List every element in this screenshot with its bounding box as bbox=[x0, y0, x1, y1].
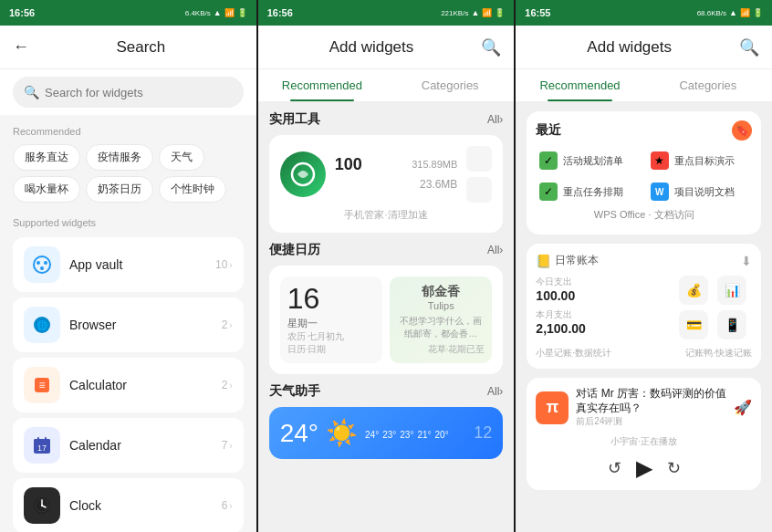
finance-icon-0: 💰 bbox=[679, 276, 708, 305]
tabs-bar-3: Recommended Categories bbox=[516, 69, 772, 102]
search-container-1: 🔍 bbox=[0, 69, 256, 115]
status-icons-1: 6.4KB/s ▲ 📶 🔋 bbox=[185, 8, 247, 17]
podcast-controls: ↺ ▶ ↻ bbox=[536, 455, 752, 481]
podcast-info: 对话 Mr 厉害：数码评测的价值真实存在吗？ 前后24评测 bbox=[576, 387, 726, 428]
svg-point-17 bbox=[41, 505, 43, 506]
podcast-app-status: 小宇宙·正在播放 bbox=[536, 435, 752, 448]
recent-title: 最近 bbox=[536, 122, 561, 139]
widget-name-appvault: App vault bbox=[69, 257, 206, 272]
tag-chip-0[interactable]: 服务直达 bbox=[13, 144, 80, 171]
widget-item-appvault[interactable]: App vault 10 › bbox=[13, 237, 244, 292]
utility-app-icon bbox=[280, 151, 326, 197]
svg-text:17: 17 bbox=[37, 443, 47, 453]
podcast-card[interactable]: π 对话 Mr 厉害：数码评测的价值真实存在吗？ 前后24评测 🚀 小宇宙·正在… bbox=[527, 378, 761, 490]
widget-item-clock[interactable]: Clock 6 › bbox=[13, 478, 244, 532]
recent-section: 最近 🔖 ✓ 活动规划清单 ★ 重点目标演示 bbox=[527, 111, 761, 235]
finance-month-value: 2,100.00 bbox=[536, 321, 672, 336]
tag-chip-1[interactable]: 疫情服务 bbox=[86, 144, 153, 171]
widget-name-clock: Clock bbox=[69, 498, 213, 513]
recent-text-2: 重点任务排期 bbox=[563, 185, 623, 198]
podcast-forward-btn[interactable]: ↻ bbox=[667, 458, 681, 478]
search-icon-btn-3[interactable]: 🔍 bbox=[739, 37, 759, 57]
recent-item-1[interactable]: ★ 重点目标演示 bbox=[647, 148, 752, 173]
recent-icon-0: ✓ bbox=[539, 151, 558, 170]
page-title-3: Add widgets bbox=[528, 38, 730, 57]
recent-icon-1: ★ bbox=[651, 151, 669, 170]
stat-unit-1: 315.89MB bbox=[412, 159, 457, 170]
tab-recommended-3[interactable]: Recommended bbox=[516, 69, 643, 101]
finance-today-row: 今日支出 100.00 bbox=[536, 276, 672, 303]
utility-all-link[interactable]: All › bbox=[487, 113, 503, 126]
finance-icon-3: 📱 bbox=[717, 310, 746, 339]
widget-item-calculator[interactable]: ≡ Calculator 2 › bbox=[13, 358, 244, 412]
svg-point-1 bbox=[37, 261, 40, 265]
finance-left: 今日支出 100.00 本月支出 2,100.00 bbox=[536, 276, 672, 341]
phone-3: 16:55 68.6KB/s ▲ 📶 🔋 Add widgets 🔍 Recom… bbox=[516, 0, 772, 532]
finance-bottom-1: 小星记账·数据统计 bbox=[536, 347, 611, 360]
finance-rows: 今日支出 100.00 本月支出 2,100.00 💰 📊 💳 📱 bbox=[536, 276, 752, 341]
finance-card[interactable]: 📒 日常账本 ⬇ 今日支出 100.00 本月支出 2,100.00 bbox=[527, 244, 761, 369]
calendar-left: 16 星期一 农历 七月初九 日历·日期 bbox=[280, 276, 382, 363]
phone-2: 16:56 221KB/s ▲ 📶 🔋 Add widgets 🔍 Recomm… bbox=[258, 0, 515, 532]
search-icon-btn-2[interactable]: 🔍 bbox=[481, 37, 501, 57]
stat-sub-1: 23.6MB bbox=[420, 178, 457, 191]
podcast-play-btn[interactable]: ▶ bbox=[636, 455, 652, 481]
widget-name-browser: Browser bbox=[69, 318, 213, 332]
weather-right-partial: 12 bbox=[474, 423, 492, 443]
recent-icon-3: W bbox=[651, 183, 669, 201]
status-time-1: 16:56 bbox=[9, 7, 35, 18]
podcast-header: π 对话 Mr 厉害：数码评测的价值真实存在吗？ 前后24评测 🚀 bbox=[536, 387, 752, 428]
content-1: Recommended 服务直达 疫情服务 天气 喝水量杯 奶茶日历 个性时钟 … bbox=[0, 115, 256, 532]
status-bar-2: 16:56 221KB/s ▲ 📶 🔋 bbox=[258, 0, 515, 26]
utility-stats: 100 315.89MB 23.6MB bbox=[335, 155, 458, 194]
podcast-more-icon[interactable]: 🚀 bbox=[734, 399, 752, 416]
svg-text:≡: ≡ bbox=[38, 379, 45, 391]
status-bar-3: 16:55 68.6KB/s ▲ 📶 🔋 bbox=[516, 0, 772, 26]
tab-categories-3[interactable]: Categories bbox=[644, 69, 772, 101]
finance-app-name: 📒 日常账本 bbox=[536, 253, 599, 268]
svg-point-2 bbox=[44, 261, 47, 265]
utility-card[interactable]: 100 315.89MB 23.6MB 手机管家·清理加速 bbox=[269, 135, 504, 233]
widget-count-browser: 2 › bbox=[222, 318, 233, 331]
search-icon-1: 🔍 bbox=[24, 85, 39, 99]
calendar-all-link[interactable]: All › bbox=[487, 244, 503, 256]
stat-value-1: 100 bbox=[335, 155, 362, 174]
podcast-rewind-btn[interactable]: ↺ bbox=[608, 458, 621, 478]
calendar-title: 便捷日历 bbox=[269, 242, 320, 258]
recent-text-3: 项目说明文档 bbox=[674, 185, 735, 198]
calendar-card[interactable]: 16 星期一 农历 七月初九 日历·日期 郁金香 Tulips 不想学习学什么，… bbox=[269, 266, 504, 374]
calculator-icon: ≡ bbox=[24, 367, 60, 403]
widget-item-browser[interactable]: 🌐 Browser 2 › bbox=[13, 297, 244, 352]
back-button-1[interactable]: ← bbox=[13, 37, 29, 57]
tab-categories-2[interactable]: Categories bbox=[386, 69, 514, 101]
search-bar-1[interactable]: 🔍 bbox=[13, 77, 244, 108]
finance-month-row: 本月支出 2,100.00 bbox=[536, 308, 672, 336]
tag-chip-4[interactable]: 奶茶日历 bbox=[86, 176, 153, 203]
weather-title: 天气助手 bbox=[269, 383, 320, 400]
search-input-1[interactable] bbox=[45, 86, 233, 99]
svg-point-3 bbox=[40, 266, 44, 270]
finance-download-icon[interactable]: ⬇ bbox=[741, 254, 752, 268]
weather-all-link[interactable]: All › bbox=[487, 385, 503, 398]
page-title-1: Search bbox=[38, 38, 244, 57]
recent-item-0[interactable]: ✓ 活动规划清单 bbox=[536, 148, 641, 173]
header-3: Add widgets 🔍 bbox=[516, 26, 772, 69]
widget-item-calendar[interactable]: 17 Calendar 7 › bbox=[13, 418, 244, 473]
utility-section-header: 实用工具 All › bbox=[269, 111, 504, 128]
tag-chip-2[interactable]: 天气 bbox=[159, 144, 204, 171]
browser-icon: 🌐 bbox=[24, 307, 60, 343]
svg-rect-11 bbox=[37, 437, 39, 441]
tag-chip-5[interactable]: 个性时钟 bbox=[159, 176, 226, 203]
tab-recommended-2[interactable]: Recommended bbox=[258, 69, 386, 101]
recent-item-3[interactable]: W 项目说明文档 bbox=[647, 179, 752, 204]
tag-chip-3[interactable]: 喝水量杯 bbox=[13, 176, 80, 203]
recent-item-2[interactable]: ✓ 重点任务排期 bbox=[536, 179, 641, 204]
calendar-card-inner: 16 星期一 农历 七月初九 日历·日期 郁金香 Tulips 不想学习学什么，… bbox=[280, 276, 493, 363]
status-time-3: 16:55 bbox=[525, 7, 550, 18]
widget-count-appvault: 10 › bbox=[215, 258, 233, 271]
weather-card[interactable]: 24° ☀️ 24° 23° 23° 21° 20° 12 bbox=[269, 407, 504, 459]
status-bar-1: 16:56 6.4KB/s ▲ 📶 🔋 bbox=[0, 0, 256, 26]
recent-text-1: 重点目标演示 bbox=[674, 154, 735, 167]
widget-content-3: 最近 🔖 ✓ 活动规划清单 ★ 重点目标演示 bbox=[516, 102, 772, 532]
calendar-section-header: 便捷日历 All › bbox=[269, 242, 504, 258]
